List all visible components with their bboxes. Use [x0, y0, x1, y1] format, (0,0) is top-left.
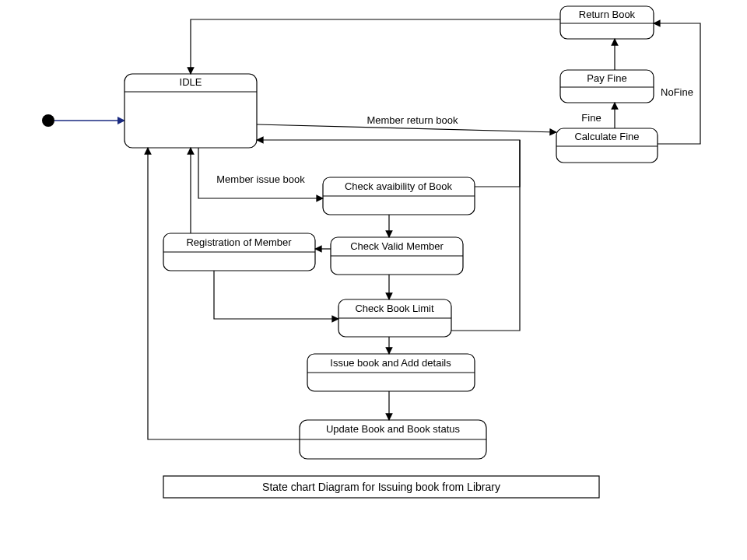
edge-label-member-issue-book: Member issue book	[216, 173, 305, 185]
state-chart-diagram: IDLE Return Book Pay Fine Calculate Fine…	[0, 0, 747, 560]
state-return-book-label: Return Book	[579, 9, 636, 20]
state-idle-label: IDLE	[180, 76, 202, 88]
edge-calc-fine-to-return-book	[654, 23, 700, 144]
state-pay-fine-label: Pay Fine	[587, 72, 626, 84]
edge-update-to-idle	[148, 148, 300, 439]
state-registration-label: Registration of Member	[186, 236, 292, 248]
state-check-book-limit-label: Check Book Limit	[355, 303, 434, 314]
edge-check-limit-to-idle	[451, 140, 520, 331]
state-pay-fine: Pay Fine	[560, 70, 654, 103]
edge-label-nofine: NoFine	[661, 86, 693, 98]
state-registration: Registration of Member	[163, 233, 315, 271]
edge-label-member-return-book: Member return book	[366, 114, 458, 126]
state-issue-book-label: Issue book and Add details	[330, 357, 451, 369]
diagram-caption: State chart Diagram for Issuing book fro…	[163, 476, 599, 498]
state-update-status: Update Book and Book status	[300, 420, 486, 459]
diagram-caption-text: State chart Diagram for Issuing book fro…	[262, 481, 500, 493]
state-calculate-fine: Calculate Fine	[556, 128, 658, 163]
state-update-status-label: Update Book and Book status	[326, 423, 461, 435]
state-return-book: Return Book	[560, 6, 654, 39]
initial-state-icon	[42, 114, 54, 127]
edge-return-book-to-idle	[191, 19, 560, 74]
state-calculate-fine-label: Calculate Fine	[574, 131, 639, 142]
state-check-valid-member: Check Valid Member	[331, 237, 463, 275]
state-check-valid-member-label: Check Valid Member	[350, 240, 444, 252]
state-check-availability: Check avaibility of Book	[323, 177, 475, 215]
edge-registration-to-check-limit	[214, 271, 338, 319]
state-idle: IDLE	[124, 74, 257, 148]
state-check-availability-label: Check avaibility of Book	[345, 180, 453, 192]
state-issue-book: Issue book and Add details	[307, 354, 475, 391]
edge-label-fine: Fine	[581, 112, 601, 124]
state-check-book-limit: Check Book Limit	[338, 299, 451, 337]
